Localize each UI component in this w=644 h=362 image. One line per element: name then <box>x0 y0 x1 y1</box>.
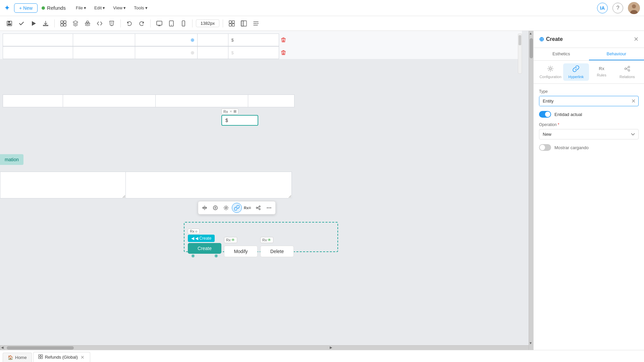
create-rx-row: Rx ⊕ <box>188 229 200 234</box>
check-button[interactable] <box>16 18 27 29</box>
svg-rect-20 <box>232 24 234 26</box>
canvas-hscroll[interactable] <box>0 345 529 350</box>
pop-settings-btn[interactable] <box>221 203 231 213</box>
create-rx-icon[interactable]: ⊕ <box>195 230 198 233</box>
modify-rx-icon[interactable]: 👁 <box>231 238 235 242</box>
tab-configuration[interactable]: Configuration <box>538 63 563 81</box>
rx-expand[interactable]: ⊞ <box>233 109 236 114</box>
rules-icon: Rx <box>599 65 604 72</box>
export-button[interactable] <box>40 18 51 29</box>
user-avatar[interactable] <box>628 2 640 14</box>
delete-row-2[interactable] <box>279 48 288 57</box>
undo-button[interactable] <box>124 18 135 29</box>
pop-relations-btn[interactable] <box>253 203 263 213</box>
svg-rect-12 <box>157 21 162 25</box>
text-area-left[interactable] <box>0 172 126 198</box>
entidad-label: Entidad actual <box>554 112 582 117</box>
svg-point-33 <box>628 66 630 68</box>
panel-title-text: Create <box>546 36 563 42</box>
svg-point-26 <box>259 206 260 207</box>
save-button[interactable] <box>4 18 15 29</box>
menu-file[interactable]: File ▾ <box>72 4 90 12</box>
delete-button[interactable]: Delete <box>260 246 294 257</box>
data-button[interactable] <box>82 18 93 29</box>
pop-move-btn[interactable] <box>200 203 210 213</box>
tab-refunds[interactable]: Refunds (Global) ✕ <box>33 352 90 362</box>
canvas-content: ⊕ $ <box>0 31 529 345</box>
popup-toolbar: Rx ⊞ <box>198 201 276 215</box>
html-button[interactable] <box>106 18 117 29</box>
svg-rect-4 <box>8 21 10 23</box>
components-button[interactable] <box>58 18 69 29</box>
create-plus-icon: ⊕ <box>539 36 544 43</box>
dollar-2: $ <box>231 50 233 55</box>
canvas-hscroll-thumb <box>7 346 74 350</box>
svg-rect-38 <box>41 357 43 359</box>
canvas-area[interactable]: ⊕ $ <box>0 31 533 350</box>
tab-refunds-close[interactable]: ✕ <box>80 355 85 360</box>
tab-rules[interactable]: Rx Rules <box>589 63 614 81</box>
inner-scrollbar[interactable] <box>518 34 522 74</box>
menu-tools[interactable]: Tools ▾ <box>130 4 151 12</box>
create-tooltip[interactable]: ◀ ◀ Create <box>188 235 215 242</box>
delete-row-1[interactable] <box>279 36 288 44</box>
vscroll-up-arrow[interactable]: ▲ <box>528 31 533 36</box>
entidad-toggle[interactable] <box>539 111 551 118</box>
screen-tablet-button[interactable] <box>166 18 177 29</box>
svg-rect-35 <box>39 355 40 356</box>
app-logo[interactable]: ✦ <box>4 4 10 12</box>
rx-badge: Rx ✕ ⊞ <box>221 109 238 114</box>
ia-button[interactable]: IA <box>597 3 608 13</box>
create-button[interactable]: Create <box>188 243 221 254</box>
code-button[interactable] <box>94 18 105 29</box>
canvas-vscroll[interactable] <box>529 31 533 350</box>
tab-behaviour[interactable]: Behaviour <box>589 48 644 60</box>
layers-button[interactable] <box>70 18 81 29</box>
svg-rect-19 <box>229 24 231 26</box>
required-star: * <box>558 122 559 127</box>
form-cell-1-3: ⊕ <box>135 34 197 46</box>
text-area-right[interactable] <box>125 172 292 198</box>
dollar-1: $ <box>231 38 233 43</box>
panel-icon-tabs: Configuration Hyperlink Rx Rules Relatio… <box>534 61 644 84</box>
tab-relations[interactable]: Relations <box>614 63 640 81</box>
hscroll-left-arrow[interactable]: ◀ <box>0 345 5 350</box>
menu-view[interactable]: View ▾ <box>110 4 129 12</box>
operation-select[interactable]: New Edit View Delete <box>539 129 639 139</box>
form-cell-1-4 <box>197 34 228 46</box>
hscroll-right-arrow[interactable]: ▶ <box>329 345 333 350</box>
grid-button[interactable] <box>226 18 237 29</box>
panel-close-button[interactable]: ✕ <box>634 36 639 43</box>
pop-rx-btn[interactable]: Rx ⊞ <box>243 203 253 213</box>
pop-hyperlink-btn[interactable] <box>232 203 242 213</box>
type-input[interactable] <box>539 96 629 106</box>
action-row: Rx ⊕ ◀ ◀ Create Create <box>188 229 294 257</box>
rx-close[interactable]: ✕ <box>229 110 232 113</box>
tab-hyperlink[interactable]: Hyperlink <box>563 63 589 81</box>
delete-rx-icon[interactable]: 👁 <box>267 238 271 242</box>
tab-esthetics[interactable]: Esthetics <box>534 48 589 60</box>
type-clear-button[interactable]: ✕ <box>629 98 638 104</box>
app-title: Refunds <box>42 5 66 11</box>
vscroll-down-arrow[interactable]: ▼ <box>528 341 533 345</box>
modify-button[interactable]: Modify <box>224 246 258 257</box>
menu-edit[interactable]: Edit ▾ <box>91 4 108 12</box>
px-label: 1382px <box>196 19 219 27</box>
form-table-row2: ⊕ $ <box>3 46 294 59</box>
pop-layout-btn[interactable] <box>210 203 220 213</box>
redo-button[interactable] <box>136 18 147 29</box>
svg-point-27 <box>259 208 260 210</box>
screen-mobile-button[interactable] <box>178 18 189 29</box>
screen-desktop-button[interactable] <box>154 18 165 29</box>
align-button[interactable] <box>251 18 261 29</box>
help-button[interactable]: ? <box>612 3 623 13</box>
layout-button[interactable] <box>238 18 249 29</box>
tab-home[interactable]: 🏠 Home <box>3 353 32 362</box>
mostrar-toggle[interactable] <box>539 144 551 151</box>
panel-main-tabs: Esthetics Behaviour <box>534 48 644 61</box>
new-button[interactable]: + New <box>14 3 38 13</box>
pop-more-btn[interactable] <box>264 203 274 213</box>
play-button[interactable] <box>28 18 39 29</box>
modify-card-wrapper: Rx 👁 Modify <box>224 237 258 257</box>
form-cell-2-3: ⊕ <box>135 47 197 59</box>
